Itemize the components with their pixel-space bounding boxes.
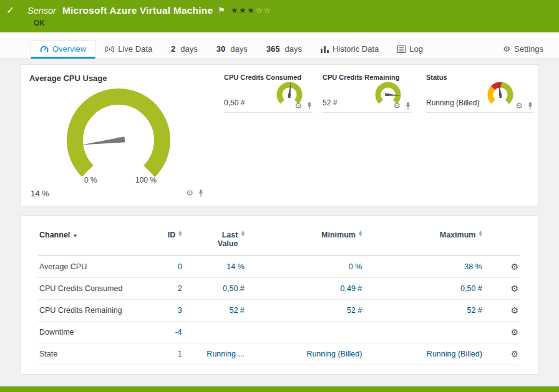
scale-min-label: 0 % <box>84 176 97 184</box>
live-data-icon <box>105 45 114 53</box>
tab-label: days <box>180 44 197 54</box>
channel-settings-icon[interactable]: ⚙ <box>510 349 518 359</box>
column-label: Minimum <box>321 231 356 239</box>
sort-caret-icon: ▾ <box>74 232 77 239</box>
channel-last-value <box>183 322 246 343</box>
gauges-panel: Average CPU Usage 0 % 100 % 14 % ⚙ <box>20 64 539 206</box>
channel-name: Downtime <box>38 322 143 343</box>
gauge-value: Running (Billed) <box>426 98 479 107</box>
footer-bar <box>0 386 559 392</box>
tab-365-days[interactable]: 365 days <box>257 41 311 59</box>
channel-settings-icon[interactable]: ⚙ <box>510 327 518 337</box>
channel-name: CPU Credits Consumed <box>38 278 143 300</box>
status-gauge: Status Running (Billed) ⚙ <box>426 71 533 113</box>
tab-settings[interactable]: ⚙ Settings <box>493 41 553 59</box>
table-row-state[interactable]: State 1 Running ... Running (Billed) Run… <box>38 343 520 365</box>
column-header-minimum[interactable]: Minimum▲▼ <box>246 231 363 256</box>
sensor-title: Microsoft Azure Virtual Machine <box>62 5 213 16</box>
channel-minimum: Running (Billed) <box>246 343 363 365</box>
tab-live-data[interactable]: Live Data <box>95 41 162 59</box>
stars-empty[interactable]: ☆☆ <box>255 6 271 15</box>
column-header-maximum[interactable]: Maximum▲▼ <box>363 231 483 256</box>
priority-stars[interactable]: ★★★☆☆ <box>231 6 272 15</box>
channel-name: Average CPU <box>38 256 143 278</box>
tab-historic-data[interactable]: Historic Data <box>311 41 388 59</box>
pin-icon[interactable] <box>198 189 204 197</box>
table-row-average-cpu[interactable]: Average CPU 0 14 % 0 % 38 % ⚙ <box>38 256 520 278</box>
gauge-settings-icon[interactable]: ⚙ <box>515 102 523 110</box>
gauge-settings-icon[interactable]: ⚙ <box>186 189 193 197</box>
tab-label: Settings <box>514 44 543 54</box>
channel-settings-icon[interactable]: ⚙ <box>510 305 518 315</box>
status-dial <box>484 79 517 109</box>
sort-icon[interactable]: ▲▼ <box>359 231 362 237</box>
gauge-controls: ⚙ <box>393 102 411 110</box>
channel-minimum: 0,49 # <box>246 278 363 300</box>
stars-filled[interactable]: ★★★ <box>231 6 255 15</box>
table-row-cpu-credits-consumed[interactable]: CPU Credits Consumed 2 0,50 # 0,49 # 0,5… <box>38 278 520 300</box>
gauge-settings-icon[interactable]: ⚙ <box>294 102 302 110</box>
tab-log[interactable]: Log <box>388 41 432 59</box>
channel-name: State <box>38 343 143 365</box>
gauge-value: 52 # <box>323 98 337 107</box>
column-header-actions <box>484 231 520 256</box>
table-row-cpu-credits-remaining[interactable]: CPU Credits Remaining 3 52 # 52 # 52 # ⚙ <box>38 300 520 322</box>
sort-icon[interactable]: ▲▼ <box>479 231 482 237</box>
column-label: Maximum <box>440 231 476 239</box>
pin-icon[interactable] <box>527 102 533 110</box>
channel-last-value: 14 % <box>183 256 246 278</box>
channels-table: Channel▾ ID▲▼ Last Value▲▼ Minimum▲▼ Max <box>38 231 520 365</box>
flag-icon[interactable]: ⚑ <box>218 6 225 15</box>
column-label: Last Value <box>213 231 238 248</box>
column-header-last-value[interactable]: Last Value▲▼ <box>183 231 246 256</box>
channel-minimum: 0 % <box>246 256 363 278</box>
channels-table-panel: Channel▾ ID▲▼ Last Value▲▼ Minimum▲▼ Max <box>20 215 539 375</box>
channel-maximum: 38 % <box>363 256 483 278</box>
pin-icon[interactable] <box>405 102 411 110</box>
channel-settings-icon[interactable]: ⚙ <box>510 262 518 272</box>
gauge-title: Average CPU Usage <box>29 71 208 83</box>
channel-settings-icon[interactable]: ⚙ <box>510 284 518 294</box>
tab-bar: Overview Live Data 2 days 30 days 365 da… <box>0 32 559 59</box>
tab-30-days[interactable]: 30 days <box>207 41 257 59</box>
pin-icon[interactable] <box>306 102 313 110</box>
column-header-channel[interactable]: Channel▾ <box>38 231 143 256</box>
channel-maximum: Running (Billed) <box>363 343 483 365</box>
status-check-icon: ✓ <box>6 4 20 16</box>
column-label: Channel <box>39 231 70 239</box>
channel-last-value: Running ... <box>183 343 246 365</box>
channel-id: 3 <box>143 300 183 322</box>
sensor-type-label: Sensor <box>27 6 56 16</box>
sensor-header: ✓ Sensor Microsoft Azure Virtual Machine… <box>0 0 559 32</box>
tab-label: Historic Data <box>333 44 379 54</box>
tab-label: Log <box>409 44 423 54</box>
sensor-status-badge: OK <box>34 19 552 27</box>
channel-maximum: 52 # <box>363 300 483 322</box>
prtg-sensor-page: ✓ Sensor Microsoft Azure Virtual Machine… <box>0 0 559 392</box>
tab-label: Overview <box>52 44 86 54</box>
gauge-value: 0,50 # <box>224 98 245 107</box>
channel-last-value: 52 # <box>183 300 246 322</box>
tab-number: 365 <box>266 44 280 54</box>
sort-icon[interactable]: ▲▼ <box>178 231 182 237</box>
log-list-icon <box>397 45 406 53</box>
table-row-downtime[interactable]: Downtime -4 ⚙ <box>38 322 520 343</box>
table-header-row: Channel▾ ID▲▼ Last Value▲▼ Minimum▲▼ Max <box>38 231 520 256</box>
tab-number: 30 <box>216 44 225 54</box>
channel-maximum <box>363 322 483 343</box>
channel-name: CPU Credits Remaining <box>38 300 143 322</box>
gauge-settings-icon[interactable]: ⚙ <box>393 102 401 110</box>
overview-gauge-icon <box>40 45 49 53</box>
average-cpu-gauge: Average CPU Usage 0 % 100 % 14 % ⚙ <box>29 71 208 199</box>
gauge-value: 14 % <box>31 189 49 198</box>
tab-label: days <box>230 44 247 54</box>
scale-max-label: 100 % <box>135 176 157 184</box>
tab-overview[interactable]: Overview <box>31 41 95 59</box>
content-area: Average CPU Usage 0 % 100 % 14 % ⚙ <box>0 59 559 386</box>
sort-icon[interactable]: ▲▼ <box>241 231 244 237</box>
column-label: ID <box>168 231 176 239</box>
column-header-id[interactable]: ID▲▼ <box>143 231 183 256</box>
tab-2-days[interactable]: 2 days <box>162 41 207 59</box>
tab-number: 2 <box>171 44 175 54</box>
channel-id: -4 <box>143 322 183 343</box>
